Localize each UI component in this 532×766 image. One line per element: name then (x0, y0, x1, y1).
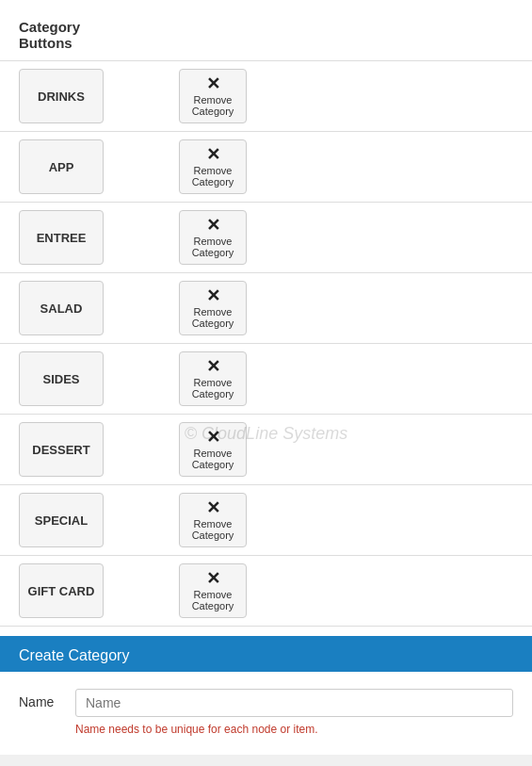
category-row: SALAD✕Remove Category (0, 273, 532, 344)
remove-label: Remove Category (184, 94, 242, 117)
x-icon: ✕ (206, 570, 220, 587)
category-button-salad[interactable]: SALAD (19, 281, 104, 335)
remove-category-button-entree[interactable]: ✕Remove Category (179, 210, 247, 265)
category-button-sides[interactable]: SIDES (19, 351, 104, 406)
remove-category-button-sides[interactable]: ✕Remove Category (179, 351, 247, 406)
category-row: SIDES✕Remove Category (0, 344, 532, 415)
category-button-entree[interactable]: ENTREE (19, 210, 104, 265)
create-category-header: Create Category (0, 636, 532, 672)
name-hint: Name needs to be unique for each node or… (75, 723, 513, 736)
remove-category-button-special[interactable]: ✕Remove Category (179, 493, 247, 547)
remove-label: Remove Category (184, 589, 242, 611)
name-input[interactable] (75, 689, 513, 717)
create-category-form: Name Name needs to be unique for each no… (0, 672, 532, 755)
category-row: GIFT CARD✕Remove Category (0, 556, 532, 627)
remove-category-button-dessert[interactable]: ✕Remove Category (179, 422, 247, 477)
remove-category-button-gift-card[interactable]: ✕Remove Category (179, 563, 247, 618)
page-title: Category Buttons (19, 19, 513, 51)
category-button-gift-card[interactable]: GIFT CARD (19, 563, 104, 618)
remove-label: Remove Category (184, 236, 242, 258)
name-label: Name (19, 689, 75, 709)
remove-label: Remove Category (184, 448, 242, 470)
category-row: ENTREE✕Remove Category (0, 203, 532, 273)
x-icon: ✕ (206, 146, 220, 163)
remove-category-button-salad[interactable]: ✕Remove Category (179, 281, 247, 335)
remove-label: Remove Category (184, 165, 242, 187)
category-list: © CloudLine Systems DRINKS✕Remove Catego… (0, 61, 532, 627)
remove-category-button-app[interactable]: ✕Remove Category (179, 139, 247, 194)
category-button-drinks[interactable]: DRINKS (19, 69, 104, 123)
remove-label: Remove Category (184, 306, 242, 329)
category-button-special[interactable]: SPECIAL (19, 493, 104, 547)
x-icon: ✕ (206, 217, 220, 234)
category-button-dessert[interactable]: DESSERT (19, 422, 104, 477)
x-icon: ✕ (206, 429, 220, 446)
x-icon: ✕ (206, 287, 220, 304)
category-row: APP✕Remove Category (0, 132, 532, 203)
category-button-app[interactable]: APP (19, 139, 104, 194)
remove-category-button-drinks[interactable]: ✕Remove Category (179, 69, 247, 123)
remove-label: Remove Category (184, 377, 242, 399)
remove-label: Remove Category (184, 518, 242, 541)
x-icon: ✕ (206, 75, 220, 92)
x-icon: ✕ (206, 499, 220, 516)
category-row: DRINKS✕Remove Category (0, 61, 532, 132)
x-icon: ✕ (206, 358, 220, 375)
category-row: DESSERT✕Remove Category (0, 415, 532, 485)
create-category-title: Create Category (19, 647, 513, 664)
category-row: SPECIAL✕Remove Category (0, 485, 532, 556)
